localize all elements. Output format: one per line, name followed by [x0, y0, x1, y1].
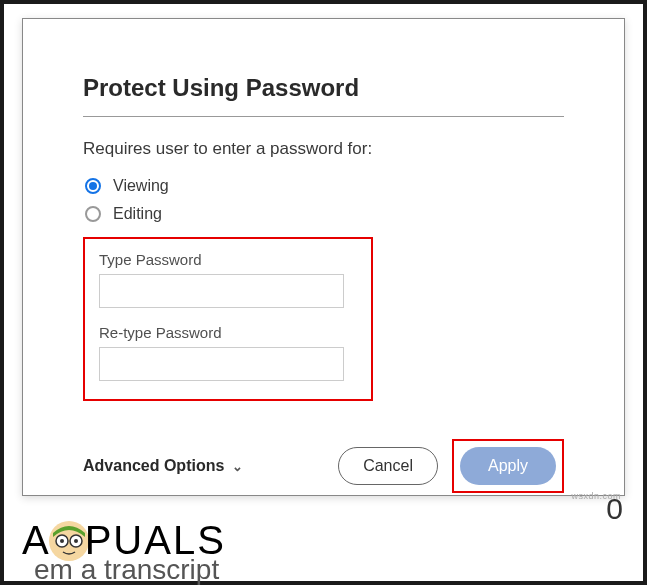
radio-option-viewing[interactable]: Viewing	[85, 177, 564, 195]
apply-button[interactable]: Apply	[460, 447, 556, 485]
password-fields-highlight: Type Password Re-type Password	[83, 237, 373, 401]
radio-option-editing[interactable]: Editing	[85, 205, 564, 223]
dialog-title: Protect Using Password	[83, 74, 564, 117]
advanced-options-label: Advanced Options	[83, 457, 224, 475]
protect-password-dialog: Protect Using Password Requires user to …	[22, 18, 625, 496]
advanced-options-toggle[interactable]: Advanced Options ⌄	[83, 457, 243, 475]
radio-label-editing: Editing	[113, 205, 162, 223]
retype-password-label: Re-type Password	[99, 324, 357, 341]
dialog-footer: Advanced Options ⌄ Cancel Apply	[83, 439, 564, 493]
radio-label-viewing: Viewing	[113, 177, 169, 195]
logo-text-rest: PUALS	[85, 518, 226, 563]
type-password-label: Type Password	[99, 251, 357, 268]
retype-password-input[interactable]	[99, 347, 344, 381]
radio-icon-checked	[85, 178, 101, 194]
appuals-logo: A PUALS	[22, 518, 226, 563]
watermark-text: wsxdn.com	[571, 491, 621, 501]
page-frame: em a transcript 0 A PUALS Protect Using …	[0, 0, 647, 585]
dialog-buttons: Cancel Apply	[338, 439, 564, 493]
type-password-input[interactable]	[99, 274, 344, 308]
svg-point-4	[74, 539, 78, 543]
svg-point-3	[60, 539, 64, 543]
chevron-down-icon: ⌄	[232, 459, 243, 474]
apply-button-highlight: Apply	[452, 439, 564, 493]
dialog-subtitle: Requires user to enter a password for:	[83, 139, 564, 159]
radio-icon-unchecked	[85, 206, 101, 222]
cancel-button[interactable]: Cancel	[338, 447, 438, 485]
